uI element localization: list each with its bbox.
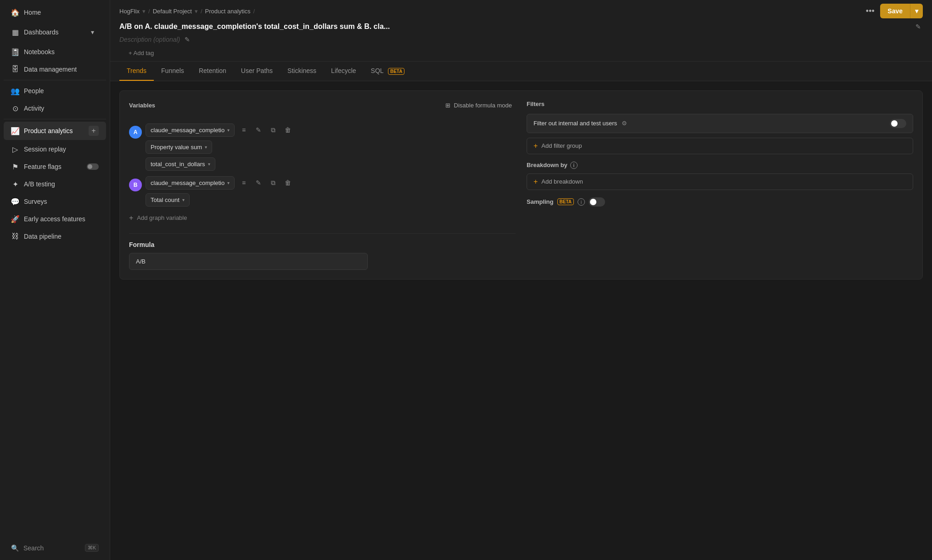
sidebar-item-people[interactable]: 👥 People — [4, 83, 106, 99]
sidebar-item-surveys[interactable]: 💬 Surveys — [4, 193, 106, 210]
sidebar-item-home[interactable]: 🏠 Home — [4, 4, 106, 21]
sidebar-divider-2 — [4, 119, 106, 119]
breakdown-by-section: Breakdown by i — [527, 162, 913, 169]
sidebar: 🏠 Home ▦ Dashboards ▾ 📓 Notebooks 🗄 Data… — [0, 0, 110, 560]
variable-a-top-row: claude_message_completio ▾ ≡ ✎ ⧉ 🗑 — [146, 123, 516, 137]
save-dropdown-button[interactable]: ▾ — [910, 4, 923, 18]
sidebar-item-ab-testing[interactable]: ✦ A/B testing — [4, 176, 106, 192]
add-filter-group-button[interactable]: + Add filter group — [527, 138, 913, 154]
sampling-info-icon[interactable]: i — [578, 198, 585, 206]
add-breakdown-button[interactable]: + Add breakdown — [527, 174, 913, 190]
variables-column: Variables ⊞ Disable formula mode A — [129, 100, 516, 270]
variable-a-property-row: total_cost_in_dollars ▾ — [146, 157, 516, 171]
sidebar-item-label: Notebooks — [24, 48, 99, 56]
tab-user-paths[interactable]: User Paths — [234, 62, 280, 81]
ab-testing-icon: ✦ — [11, 180, 19, 188]
tab-trends[interactable]: Trends — [119, 62, 154, 81]
breadcrumb-sep-1: ▾ — [142, 8, 146, 15]
filter-settings-icon[interactable]: ⚙ — [622, 120, 627, 127]
sidebar-item-notebooks[interactable]: 📓 Notebooks — [4, 44, 106, 60]
variable-b-filter-button[interactable]: ≡ — [237, 176, 250, 189]
variable-a-event-dropdown[interactable]: claude_message_completio ▾ — [146, 123, 235, 137]
variable-a-copy-button[interactable]: ⧉ — [267, 123, 280, 136]
breadcrumb-sep-2: ▾ — [195, 8, 198, 15]
product-analytics-plus-button[interactable]: + — [89, 126, 99, 136]
sidebar-item-label: Feature flags — [24, 163, 82, 170]
early-access-icon: 🚀 — [11, 215, 19, 223]
sidebar-item-product-analytics[interactable]: 📈 Product analytics + — [4, 122, 106, 140]
sampling-label: Sampling — [527, 198, 554, 205]
sidebar-item-activity[interactable]: ⊙ Activity — [4, 100, 106, 117]
sampling-toggle[interactable] — [589, 197, 605, 207]
sidebar-item-feature-flags[interactable]: ⚑ Feature flags — [4, 158, 106, 175]
main-panel: Variables ⊞ Disable formula mode A — [119, 90, 923, 280]
variable-b-event-caret: ▾ — [227, 180, 230, 185]
dashboards-toggle[interactable]: ▾ — [86, 26, 99, 39]
add-breakdown-plus-icon: + — [533, 178, 538, 186]
tab-retention[interactable]: Retention — [191, 62, 234, 81]
formula-title: Formula — [129, 241, 516, 248]
sidebar-item-dashboards[interactable]: ▦ Dashboards ▾ — [4, 22, 106, 43]
variable-b-badge: B — [129, 179, 142, 191]
sidebar-item-data-pipeline[interactable]: ⛓ Data pipeline — [4, 228, 106, 245]
variable-a-event-name: claude_message_completio — [151, 127, 225, 134]
variable-b-event-dropdown[interactable]: claude_message_completio ▾ — [146, 176, 235, 190]
breadcrumb-org[interactable]: HogFlix — [119, 8, 140, 15]
sidebar-item-label: Data pipeline — [24, 233, 99, 240]
more-options-button[interactable]: ••• — [863, 4, 877, 18]
tab-stickiness[interactable]: Stickiness — [280, 62, 324, 81]
filter-internal-users-row: Filter out internal and test users ⚙ — [527, 114, 913, 133]
breakdown-info-icon[interactable]: i — [570, 162, 578, 169]
variable-a-filter-button[interactable]: ≡ — [237, 123, 250, 136]
sidebar-divider — [4, 80, 106, 80]
tab-sql[interactable]: SQL BETA — [364, 62, 412, 81]
sidebar-item-early-access[interactable]: 🚀 Early access features — [4, 211, 106, 227]
sidebar-item-label: A/B testing — [24, 180, 99, 188]
variable-a-aggregation-dropdown[interactable]: Property value sum ▾ — [146, 140, 212, 154]
notebooks-icon: 📓 — [11, 48, 19, 56]
variable-a-property-dropdown[interactable]: total_cost_in_dollars ▾ — [146, 157, 215, 171]
variable-b-aggregation-label: Total count — [151, 196, 180, 203]
variable-a-delete-button[interactable]: 🗑 — [281, 123, 294, 136]
home-icon: 🏠 — [11, 8, 19, 17]
breadcrumb-analytics[interactable]: Product analytics — [205, 8, 251, 15]
add-breakdown-label: Add breakdown — [541, 178, 583, 185]
formula-input[interactable]: A/B — [129, 253, 368, 270]
data-pipeline-icon: ⛓ — [11, 232, 19, 241]
variable-a-edit-button[interactable]: ✎ — [252, 123, 265, 136]
variable-b-copy-button[interactable]: ⧉ — [267, 176, 280, 189]
variable-b-edit-button[interactable]: ✎ — [252, 176, 265, 189]
formula-mode-button[interactable]: ⊞ Disable formula mode — [442, 100, 516, 111]
search-bar[interactable]: 🔍 Search ⌘K — [4, 540, 106, 556]
formula-section: Formula A/B — [129, 233, 516, 270]
sidebar-item-label: Surveys — [24, 198, 99, 205]
add-graph-variable-button[interactable]: + Add graph variable — [129, 212, 516, 224]
product-analytics-icon: 📈 — [11, 127, 19, 135]
variable-b-delete-button[interactable]: 🗑 — [281, 176, 294, 189]
tab-funnels-label: Funnels — [161, 67, 184, 74]
sql-beta-badge: BETA — [388, 68, 404, 75]
tab-lifecycle[interactable]: Lifecycle — [324, 62, 363, 81]
save-button[interactable]: Save — [880, 4, 910, 18]
add-tag-button[interactable]: + Add tag — [119, 48, 923, 58]
filter-internal-toggle[interactable] — [890, 119, 906, 128]
dashboards-icon: ▦ — [11, 28, 19, 36]
variable-a-prop-caret: ▾ — [208, 162, 210, 167]
tab-lifecycle-label: Lifecycle — [331, 67, 356, 74]
activity-icon: ⊙ — [11, 104, 19, 112]
sidebar-item-label: Early access features — [24, 215, 99, 223]
tab-funnels[interactable]: Funnels — [154, 62, 191, 81]
sidebar-item-data-management[interactable]: 🗄 Data management — [4, 61, 106, 78]
tab-stickiness-label: Stickiness — [287, 67, 316, 74]
variable-b-aggregation-dropdown[interactable]: Total count ▾ — [146, 193, 190, 207]
breadcrumb-project[interactable]: Default Project — [153, 8, 192, 15]
formula-mode-label: Disable formula mode — [454, 102, 512, 109]
title-edit-icon[interactable]: ✎ — [914, 21, 923, 32]
sidebar-item-label: People — [24, 87, 99, 95]
variable-a-aggregation-row: Property value sum ▾ — [146, 140, 516, 154]
description-edit-icon[interactable]: ✎ — [183, 34, 192, 45]
tab-retention-label: Retention — [199, 67, 226, 74]
filter-internal-label-group: Filter out internal and test users ⚙ — [533, 120, 627, 127]
sidebar-item-session-replay[interactable]: ▷ Session replay — [4, 141, 106, 157]
feature-flags-switch[interactable] — [87, 163, 99, 170]
